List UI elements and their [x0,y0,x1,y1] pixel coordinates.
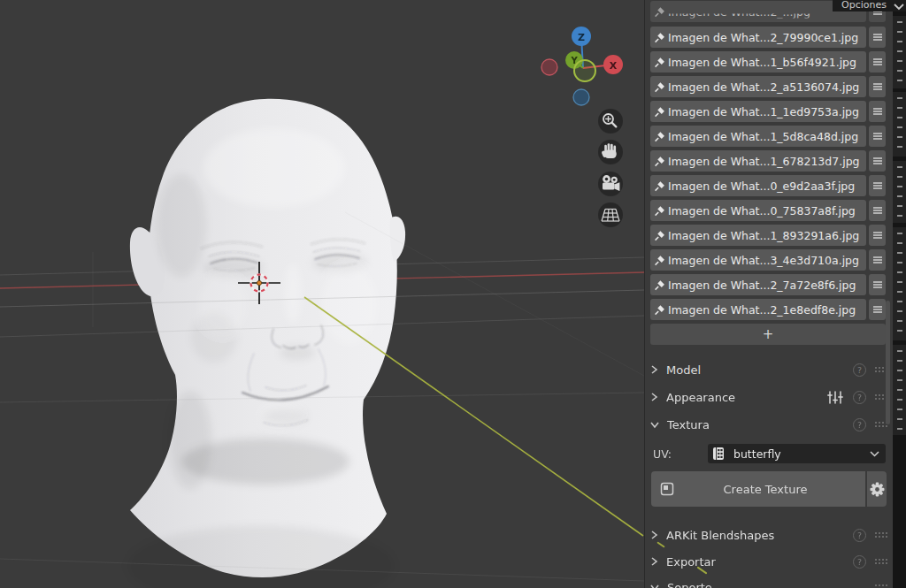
viewport-controls [598,109,623,227]
uv-map-select[interactable]: butterfly [708,444,886,463]
image-filename: Imagen de What...2_a5136074.jpg [668,80,859,94]
image-filename: Imagen de What...3_4e3d710a.jpg [668,254,859,267]
image-filename: Imagen de What...2_...jpg [668,5,810,19]
axis-neg-z[interactable] [573,89,589,105]
panel-soporte[interactable]: Soporte [650,577,887,588]
sidebar-panel: Opciones Imagen de What...2_...jpg [644,0,892,588]
head-model[interactable] [128,99,405,588]
add-image-button[interactable]: + [650,324,886,345]
pin-icon [654,106,665,118]
create-texture-button[interactable]: Create Texture [651,471,865,507]
item-menu-button[interactable] [869,274,886,295]
create-texture-label: Create Texture [674,483,856,496]
image-filename: Imagen de What...2_79990ce1.jpg [668,31,858,44]
menu-icon [872,57,883,66]
image-filename: Imagen de What...2_1e8edf8e.jpg [668,303,856,317]
list-item[interactable]: Imagen de What...1_b56f4921.jpg [650,51,886,73]
uv-map-icon [712,447,726,461]
image-filename: Imagen de What...0_e9d2aa3f.jpg [668,179,855,193]
axis-neg-x[interactable] [541,59,557,75]
panel-textura[interactable]: Textura ? [650,414,887,435]
list-item[interactable]: Imagen de What...1_678213d7.jpg [650,150,886,172]
list-item[interactable]: Imagen de What...0_75837a8f.jpg [650,200,886,221]
camera-button[interactable] [598,172,623,196]
gear-icon [870,482,885,497]
svg-text:Z: Z [578,32,585,43]
item-menu-button[interactable] [869,200,886,221]
list-item[interactable]: Imagen de What...2_a5136074.jpg [650,76,886,97]
pin-icon [654,304,665,316]
ortho-grid-button[interactable] [598,202,623,227]
image-filename: Imagen de What...2_7a72e8f6.jpg [668,279,856,292]
item-menu-button[interactable] [869,51,886,73]
panel-appearance[interactable]: Appearance ? [650,386,887,408]
help-icon[interactable]: ? [853,391,866,404]
panel-label: ARKit Blendshapes [666,529,774,542]
item-menu-button[interactable] [869,76,886,97]
list-item[interactable]: Imagen de What...3_4e3d710a.jpg [650,249,886,271]
options-menu-label: Opciones [841,0,887,11]
sliders-icon[interactable] [827,390,843,405]
chevron-right-icon [650,365,658,374]
help-icon[interactable]: ? [853,555,866,569]
image-filename: Imagen de What...1_893291a6.jpg [668,229,859,242]
item-menu-button[interactable] [869,126,886,147]
image-filename: Imagen de What...0_75837a8f.jpg [668,204,856,218]
list-item[interactable]: Imagen de What...2_1e8edf8e.jpg [650,299,886,320]
axis-z[interactable]: Z [572,27,591,46]
texture-icon [660,482,674,496]
panel-model[interactable]: Model ? [650,359,887,380]
create-texture-group: Create Texture [651,471,887,507]
pan-button[interactable] [598,140,623,164]
drag-grip-icon[interactable] [874,584,887,588]
navigation-gizmo[interactable]: Y Z X [541,27,623,105]
3d-viewport[interactable]: Y Z X [0,0,644,588]
uv-label: UV: [653,447,708,461]
pin-icon [654,230,665,241]
panel-exportar[interactable]: Exportar ? [650,551,887,572]
list-item[interactable]: Imagen de What...2_7a72e8f6.jpg [650,274,886,295]
drag-grip-icon[interactable] [874,531,887,538]
menu-icon [872,305,883,314]
axis-x[interactable]: X [603,55,623,74]
pin-icon [654,57,665,68]
image-filename: Imagen de What...1_1ed9753a.jpg [668,105,859,118]
item-menu-button[interactable] [869,150,886,172]
menu-icon [872,33,883,42]
help-icon[interactable]: ? [853,529,866,542]
item-menu-button[interactable] [869,249,886,271]
help-icon[interactable]: ? [853,363,866,377]
panel-arkit-blendshapes[interactable]: ARKit Blendshapes ? [650,524,887,546]
list-item[interactable]: Imagen de What...2_79990ce1.jpg [650,27,886,48]
item-menu-button[interactable] [869,101,886,122]
item-menu-button[interactable] [869,27,886,48]
list-item[interactable]: Imagen de What...0_e9d2aa3f.jpg [650,175,886,196]
item-menu-button[interactable] [869,225,886,246]
pin-icon [654,180,665,192]
list-item[interactable]: Imagen de What...1_893291a6.jpg [650,225,886,246]
menu-icon [872,181,883,190]
blender-window: Y Z X [0,0,906,588]
zoom-button[interactable] [598,109,623,134]
panel-label: Appearance [666,391,735,404]
item-menu-button[interactable] [869,299,886,320]
right-ear [390,217,405,262]
pin-icon [654,255,665,266]
pin-icon [654,279,665,291]
chevron-right-icon [650,557,658,566]
drag-grip-icon[interactable] [874,558,887,565]
list-item[interactable]: Imagen de What...1_5d8ca48d.jpg [650,126,886,147]
secondary-editor-strip [893,0,906,588]
panel-label: Model [666,363,701,377]
pin-icon [654,32,665,43]
options-menu[interactable]: Opciones [833,0,906,11]
svg-text:X: X [610,60,618,72]
list-item[interactable]: Imagen de What...1_1ed9753a.jpg [650,101,886,122]
help-icon[interactable]: ? [853,418,866,431]
menu-icon [872,256,883,264]
texture-settings-button[interactable] [867,471,887,507]
axis-neg-y[interactable] [574,60,595,81]
pin-icon [654,81,665,93]
sidebar-scrollbar[interactable] [886,301,890,424]
item-menu-button[interactable] [869,175,886,196]
